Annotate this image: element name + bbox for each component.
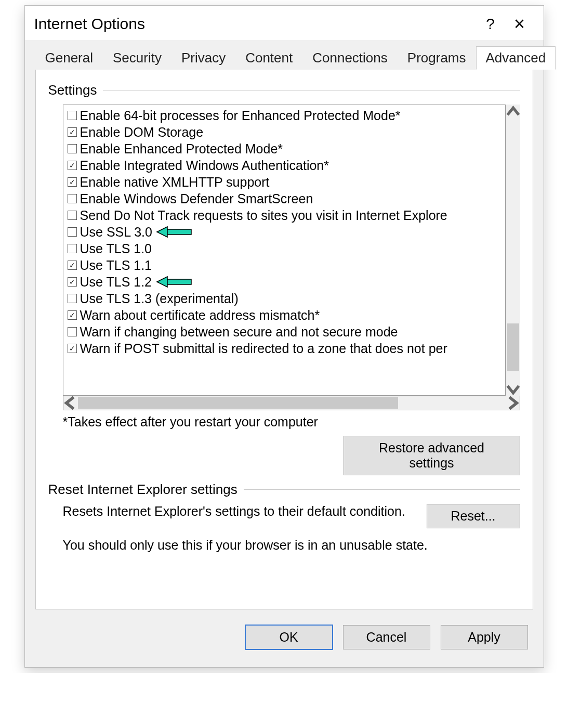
- group-divider: [103, 90, 520, 90]
- settings-listbox-wrap: Enable 64-bit processes for Enhanced Pro…: [63, 105, 520, 396]
- settings-item[interactable]: Send Do Not Track requests to sites you …: [68, 207, 501, 224]
- settings-item[interactable]: ✓Use TLS 1.1: [68, 257, 501, 274]
- scroll-thumb[interactable]: [507, 323, 519, 371]
- horizontal-scrollbar[interactable]: [63, 396, 520, 410]
- settings-item-label: Use TLS 1.2: [80, 274, 152, 290]
- settings-item-label: Warn about certificate address mismatch*: [80, 307, 320, 323]
- checkbox-icon[interactable]: [68, 194, 77, 203]
- settings-item-label: Use SSL 3.0: [80, 224, 152, 240]
- vertical-scrollbar[interactable]: [506, 105, 520, 396]
- settings-item[interactable]: ✓Warn about certificate address mismatch…: [68, 307, 501, 323]
- tab-advanced[interactable]: Advanced: [476, 46, 556, 70]
- restart-note: *Takes effect after you restart your com…: [63, 414, 520, 430]
- settings-item[interactable]: Warn if changing between secure and not …: [68, 323, 501, 340]
- settings-item-label: Enable Integrated Windows Authentication…: [80, 157, 329, 174]
- dialog-body: GeneralSecurityPrivacyContentConnections…: [25, 40, 544, 667]
- window-title: Internet Options: [34, 15, 476, 33]
- svg-rect-0: [166, 229, 191, 235]
- svg-marker-3: [157, 277, 167, 287]
- checkbox-icon[interactable]: [68, 327, 77, 336]
- apply-button[interactable]: Apply: [441, 625, 528, 649]
- reset-warning: You should only use this if your browser…: [63, 538, 520, 553]
- hscroll-track[interactable]: [78, 396, 505, 410]
- tab-privacy[interactable]: Privacy: [171, 46, 235, 70]
- scroll-down-icon[interactable]: [506, 381, 520, 396]
- reset-description: Resets Internet Explorer's settings to t…: [63, 504, 414, 519]
- checkbox-icon[interactable]: ✓: [68, 261, 77, 270]
- internet-options-dialog: Internet Options ? × GeneralSecurityPriv…: [24, 5, 544, 668]
- hscroll-thumb[interactable]: [78, 397, 399, 409]
- checkbox-icon[interactable]: [68, 211, 77, 220]
- settings-item[interactable]: ✓Warn if POST submittal is redirected to…: [68, 340, 501, 357]
- restore-row: Restore advanced settings: [48, 436, 520, 475]
- tab-programs[interactable]: Programs: [398, 46, 476, 70]
- settings-group-header: Settings: [48, 82, 520, 98]
- reset-group-header: Reset Internet Explorer settings: [48, 482, 520, 498]
- checkbox-icon[interactable]: ✓: [68, 127, 77, 137]
- reset-group-label: Reset Internet Explorer settings: [48, 482, 237, 498]
- tab-panel-advanced: Settings Enable 64-bit processes for Enh…: [35, 69, 533, 609]
- dialog-footer: OK Cancel Apply: [35, 609, 533, 657]
- settings-item[interactable]: Use TLS 1.0: [68, 240, 501, 257]
- settings-item-label: Warn if POST submittal is redirected to …: [80, 340, 447, 357]
- settings-group-label: Settings: [48, 82, 97, 98]
- checkbox-icon[interactable]: ✓: [68, 277, 77, 287]
- checkbox-icon[interactable]: ✓: [68, 177, 77, 187]
- tab-connections[interactable]: Connections: [302, 46, 398, 70]
- cancel-button[interactable]: Cancel: [343, 625, 430, 649]
- checkbox-icon[interactable]: [68, 227, 77, 237]
- settings-item-label: Enable native XMLHTTP support: [80, 174, 270, 190]
- checkbox-icon[interactable]: [68, 144, 77, 153]
- reset-button[interactable]: Reset...: [427, 504, 520, 528]
- settings-item-label: Warn if changing between secure and not …: [80, 323, 398, 340]
- settings-item[interactable]: ✓Use TLS 1.2: [68, 274, 501, 290]
- settings-item-label: Enable Enhanced Protected Mode*: [80, 140, 283, 157]
- scroll-track[interactable]: [506, 119, 520, 381]
- settings-item-label: Use TLS 1.3 (experimental): [80, 290, 239, 307]
- scroll-up-icon[interactable]: [506, 105, 520, 119]
- checkbox-icon[interactable]: [68, 244, 77, 253]
- help-icon[interactable]: ?: [476, 15, 505, 33]
- titlebar: Internet Options ? ×: [25, 6, 544, 40]
- group-divider: [244, 489, 520, 490]
- settings-item[interactable]: ✓Enable Integrated Windows Authenticatio…: [68, 157, 501, 174]
- settings-item-label: Enable DOM Storage: [80, 124, 204, 140]
- tab-general[interactable]: General: [35, 46, 103, 70]
- tab-strip: GeneralSecurityPrivacyContentConnections…: [35, 40, 533, 70]
- settings-item[interactable]: Enable Enhanced Protected Mode*: [68, 140, 501, 157]
- checkbox-icon[interactable]: ✓: [68, 344, 77, 353]
- annotation-arrow-icon: [156, 226, 192, 238]
- scroll-left-icon[interactable]: [63, 396, 78, 410]
- settings-item-label: Enable 64-bit processes for Enhanced Pro…: [80, 107, 401, 124]
- tab-security[interactable]: Security: [103, 46, 171, 70]
- settings-item[interactable]: Enable Windows Defender SmartScreen: [68, 190, 501, 207]
- restore-advanced-settings-button[interactable]: Restore advanced settings: [344, 436, 520, 475]
- svg-marker-1: [157, 227, 167, 237]
- settings-item-label: Use TLS 1.1: [80, 257, 152, 274]
- settings-listbox[interactable]: Enable 64-bit processes for Enhanced Pro…: [63, 105, 506, 396]
- settings-item-label: Enable Windows Defender SmartScreen: [80, 190, 313, 207]
- settings-item[interactable]: ✓Enable native XMLHTTP support: [68, 174, 501, 190]
- checkbox-icon[interactable]: ✓: [68, 310, 77, 320]
- checkbox-icon[interactable]: ✓: [68, 161, 77, 170]
- settings-item-label: Use TLS 1.0: [80, 240, 152, 257]
- ok-button[interactable]: OK: [245, 625, 333, 649]
- checkbox-icon[interactable]: [68, 111, 77, 120]
- settings-item-label: Send Do Not Track requests to sites you …: [80, 207, 447, 224]
- annotation-arrow-icon: [156, 276, 192, 288]
- close-icon[interactable]: ×: [505, 13, 534, 35]
- reset-row: Resets Internet Explorer's settings to t…: [63, 504, 520, 528]
- settings-item[interactable]: Use TLS 1.3 (experimental): [68, 290, 501, 307]
- settings-item[interactable]: Use SSL 3.0: [68, 224, 501, 240]
- checkbox-icon[interactable]: [68, 294, 77, 303]
- scroll-right-icon[interactable]: [505, 396, 520, 410]
- tab-content[interactable]: Content: [235, 46, 302, 70]
- settings-item[interactable]: ✓Enable DOM Storage: [68, 124, 501, 140]
- svg-rect-2: [166, 279, 191, 284]
- settings-item[interactable]: Enable 64-bit processes for Enhanced Pro…: [68, 107, 501, 124]
